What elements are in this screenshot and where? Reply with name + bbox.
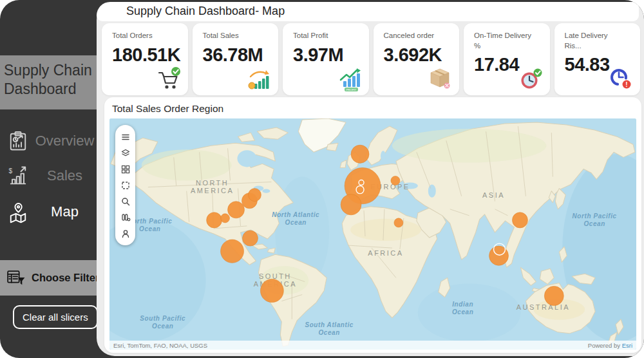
kpi-label: Total Sales [203,31,263,41]
cart-check-icon [155,66,183,91]
app-window: Supply Chain Dashboard Overview $ Sales [0,0,644,358]
filter-list-icon [5,267,26,288]
sales-bars-icon [245,66,273,91]
kpi-value: 36.78M [203,44,279,66]
choose-filter-button[interactable]: Choose Filter [0,260,100,296]
map-attribution: Esri, TomTom, FAO, NOAA, USGS [113,342,207,349]
kpi-value: 180.51K [112,44,188,66]
selection-icon[interactable] [115,177,135,193]
sales-bubble[interactable] [394,218,403,227]
map-visual-title: Total Sales Order Region [104,97,641,115]
page-title: Supply Chain Dashboard- Map [126,5,285,18]
sales-bubble[interactable] [207,212,222,228]
sales-bubble[interactable] [248,189,261,202]
sidebar-item-label: Sales [30,167,100,184]
dollar-bars-icon: $ [6,164,30,187]
clock-alert-icon: ! [607,66,635,91]
kpi-card-row: Total Orders 180.51K Total Sales 36.78M [102,23,640,95]
continent-label: AUSTRALIA [516,303,570,311]
clock-check-icon [516,66,545,91]
sidebar-item-overview[interactable]: Overview [0,126,100,156]
kpi-card-on-time-delivery: On-Time Delivery % 17.84 [464,23,550,95]
kpi-value: 3.97M [293,44,369,66]
continent-label: AFRICA [368,249,403,257]
kpi-value: 3.692K [384,44,460,66]
sales-bubble[interactable] [221,240,244,263]
svg-text:$: $ [8,167,12,174]
continent-label: ASIA [482,191,505,199]
sales-bubble[interactable] [512,212,527,228]
powered-by: Powered by Esri [588,342,632,349]
sidebar-item-label: Map [30,203,100,220]
map-pin-icon [6,200,30,223]
sidebar-item-sales[interactable]: $ Sales [0,161,100,191]
sales-bubble[interactable] [242,231,258,246]
map-visual-panel: Total Sales Order Region [104,97,641,353]
ocean-label: IndianOcean [452,301,473,316]
sales-bubble[interactable] [221,214,230,223]
kpi-card-late-delivery-risk: Late Delivery Ris... 54.83 ! [554,23,641,95]
kpi-card-total-profit: Total Profit 3.97M PROFIT [283,23,369,95]
sales-bubble[interactable] [228,202,245,218]
infographics-icon[interactable] [115,209,135,225]
user-icon[interactable] [115,225,135,241]
sidebar: Supply Chain Dashboard Overview $ Sales [0,0,100,358]
clipboard-chart-icon [6,129,30,153]
menu-icon[interactable] [115,129,135,145]
main-panel: Supply Chain Dashboard- Map Total Orders… [97,2,644,356]
basemap-icon[interactable] [115,161,135,177]
map-toolbar [115,125,135,245]
kpi-card-canceled-order: Canceled order 3.692K [374,23,460,95]
map-attribution-bar: Esri, TomTom, FAO, NOAA, USGS Powered by… [109,341,636,350]
profit-arrow-icon: PROFIT [336,66,364,91]
sales-bubble[interactable] [351,145,369,163]
kpi-card-total-orders: Total Orders 180.51K [102,23,188,95]
world-map[interactable]: NORTHAMERICASOUTHAMERICAEUROPEAFRICAASIA… [109,118,636,350]
layers-icon[interactable] [115,145,135,161]
continent-label: NORTHAMERICA [191,179,234,194]
svg-text:PROFIT: PROFIT [346,88,356,91]
kpi-label: Total Profit [293,31,354,41]
kpi-label: On-Time Delivery % [474,31,535,51]
header-bar: Supply Chain Dashboard- Map [97,2,639,21]
kpi-label: Total Orders [112,31,173,41]
esri-link[interactable]: Esri [622,342,632,349]
sidebar-item-map[interactable]: Map [0,197,100,227]
search-icon[interactable] [115,193,135,209]
choose-filter-label: Choose Filter [32,272,99,284]
sales-bubble[interactable] [341,194,361,215]
package-box-icon [426,66,454,91]
svg-text:!: ! [625,81,627,88]
sales-bubble[interactable] [391,176,400,185]
kpi-label: Canceled order [384,31,444,41]
kpi-label: Late Delivery Ris... [565,31,625,51]
sidebar-title: Supply Chain Dashboard [0,55,100,109]
sales-bubble[interactable] [260,279,283,302]
clear-all-slicers-button[interactable]: Clear all slicers [13,305,98,329]
kpi-card-total-sales: Total Sales 36.78M [193,23,279,95]
sales-bubble[interactable] [544,286,564,305]
sidebar-item-label: Overview [30,133,100,149]
